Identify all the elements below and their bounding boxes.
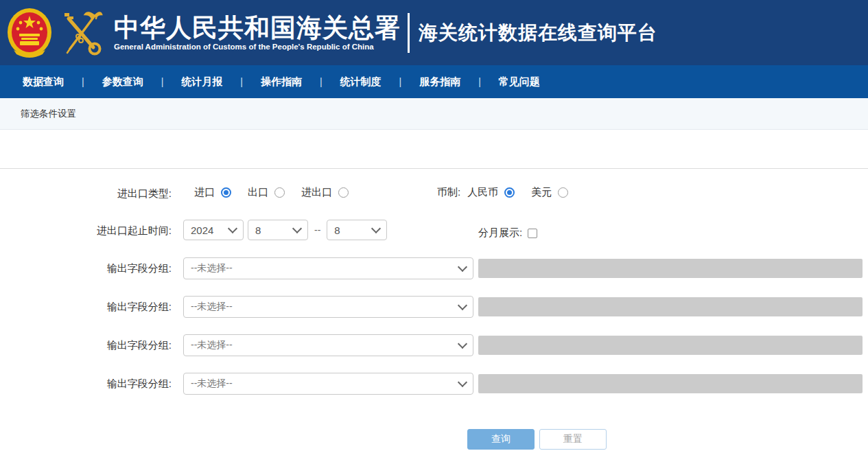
nav-separator: | [320,76,322,87]
start-month-select[interactable]: 8 [248,220,308,240]
radio-option-export[interactable]: 出口 [248,186,285,199]
nav-separator: | [82,76,84,87]
monthly-display-label: 分月展示: [478,227,522,240]
nav-separator: | [161,76,164,87]
nav-item-param-query[interactable]: 参数查询 [102,76,143,89]
chevron-down-icon [458,339,467,349]
nav-separator: | [399,76,402,87]
nav-item-faq[interactable]: 常见问题 [499,76,540,89]
reset-button[interactable]: 重置 [539,429,607,450]
output-group-label: 输出字段分组: [0,301,172,314]
currency-radio-group: 币制: 人民币 美元 [437,186,568,199]
output-group-select-1[interactable]: --未选择-- [183,257,473,279]
radio-icon[interactable] [504,187,515,198]
radio-option-usd[interactable]: 美元 [531,186,568,199]
nav-item-service-guide[interactable]: 服务指南 [419,76,460,89]
radio-icon[interactable] [338,187,349,198]
date-range-selects: 2024 8 -- 8 [183,220,387,240]
filter-settings-title: 筛选条件设置 [21,108,76,120]
output-group-value-display [478,374,863,393]
radio-icon[interactable] [221,187,231,198]
year-select[interactable]: 2024 [183,220,244,240]
nav-separator: | [478,76,481,87]
radio-option-import[interactable]: 进口 [194,186,231,199]
output-group-value-display [478,297,863,316]
output-group-label: 输出字段分组: [0,262,172,275]
chevron-down-icon [371,224,381,233]
header-divider [408,13,410,53]
filter-settings-bar: 筛选条件设置 [0,98,868,130]
trade-type-label: 进出口类型: [0,187,172,200]
output-group-select-4[interactable]: --未选择-- [183,373,473,395]
form-actions: 查询 重置 [467,429,607,450]
chevron-down-icon [458,301,467,310]
customs-emblem-logo [60,9,103,57]
chevron-down-icon [292,224,302,233]
main-nav: 数据查询 | 参数查询 | 统计月报 | 操作指南 | 统计制度 | 服务指南 … [0,65,868,98]
chevron-down-icon [228,224,237,233]
output-group-label: 输出字段分组: [0,378,172,391]
radio-icon[interactable] [274,187,285,198]
currency-label: 币制: [437,186,460,199]
output-group-label: 输出字段分组: [0,339,172,352]
radio-option-import-export[interactable]: 进出口 [301,186,349,199]
nav-separator: | [240,76,243,87]
output-group-value-display [478,336,863,355]
nav-item-data-query[interactable]: 数据查询 [23,76,64,89]
national-emblem-logo [7,8,52,58]
chevron-down-icon [458,378,467,387]
monthly-display-group: 分月展示: [478,227,537,240]
nav-item-operation-guide[interactable]: 操作指南 [261,76,302,89]
nav-item-monthly-report[interactable]: 统计月报 [181,76,222,89]
range-dash: -- [314,224,320,235]
nav-item-statistics-system[interactable]: 统计制度 [340,76,382,89]
site-header: 中华人民共和国海关总署 General Administration of Cu… [0,0,868,65]
query-button[interactable]: 查询 [467,429,535,450]
org-title: 中华人民共和国海关总署 [114,14,401,41]
output-group-value-display [478,259,863,278]
platform-title: 海关统计数据在线查询平台 [419,20,657,46]
radio-icon[interactable] [558,187,568,198]
trade-type-radio-group: 进口 出口 进出口 [194,186,349,199]
org-title-block: 中华人民共和国海关总署 General Administration of Cu… [114,14,401,51]
date-range-label: 进出口起止时间: [0,224,172,238]
monthly-display-checkbox[interactable] [528,229,537,238]
end-month-select[interactable]: 8 [327,220,387,240]
chevron-down-icon [458,262,467,272]
radio-option-rmb[interactable]: 人民币 [467,186,515,199]
org-subtitle: General Administration of Customs of the… [114,43,401,51]
section-divider [0,168,868,169]
output-group-select-2[interactable]: --未选择-- [183,296,473,318]
output-group-select-3[interactable]: --未选择-- [183,334,473,356]
